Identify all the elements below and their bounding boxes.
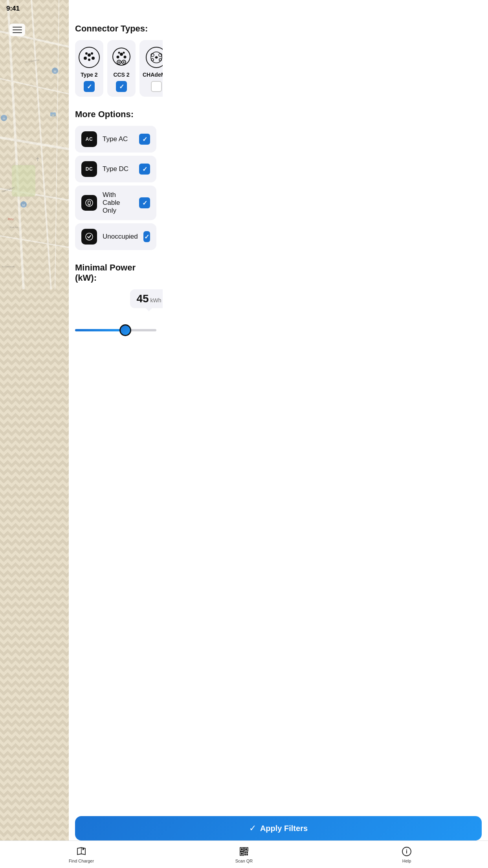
dc-icon-text: DC bbox=[86, 166, 93, 172]
svg-text:Ritz: Ritz bbox=[8, 217, 14, 221]
power-section: Minimal Power (kW): 45 kWh bbox=[75, 263, 156, 338]
find-charger-icon bbox=[76, 846, 87, 857]
svg-point-35 bbox=[123, 52, 125, 54]
menu-button[interactable] bbox=[9, 24, 25, 36]
checkmark-icon: ✓ bbox=[87, 83, 92, 90]
option-cable-only[interactable]: With Cable Only ✓ bbox=[75, 186, 156, 220]
svg-line-3 bbox=[0, 79, 71, 94]
option-dc-checkbox[interactable]: ✓ bbox=[139, 164, 150, 175]
svg-point-26 bbox=[92, 57, 95, 60]
connector-chademo-label: CHAdeMO bbox=[143, 72, 163, 78]
connector-types-title: Connector Types: bbox=[75, 24, 156, 34]
svg-point-51 bbox=[86, 233, 93, 240]
option-type-dc[interactable]: DC Type DC ✓ bbox=[75, 156, 156, 182]
connector-type2-checkbox[interactable]: ✓ bbox=[84, 81, 95, 92]
svg-point-33 bbox=[124, 56, 127, 59]
power-slider-container[interactable] bbox=[75, 322, 156, 338]
slider-thumb[interactable] bbox=[119, 324, 131, 336]
more-options-section: More Options: AC Type AC ✓ DC Type DC bbox=[75, 109, 156, 250]
svg-point-24 bbox=[88, 53, 91, 57]
options-list: AC Type AC ✓ DC Type DC ✓ bbox=[75, 126, 156, 250]
menu-icon bbox=[13, 29, 22, 30]
apply-filters-button[interactable]: ✓ Apply Filters bbox=[75, 816, 163, 840]
connector-types-section: Connector Types: Type 2 ✓ bbox=[75, 24, 156, 97]
svg-point-34 bbox=[118, 52, 120, 54]
chademo-icon bbox=[145, 46, 163, 68]
svg-point-23 bbox=[79, 47, 99, 68]
menu-icon bbox=[13, 32, 22, 33]
filter-panel: Connector Types: Type 2 ✓ bbox=[69, 0, 163, 868]
connector-card-type2[interactable]: Type 2 ✓ bbox=[75, 40, 103, 97]
power-value: 45 bbox=[136, 292, 149, 305]
power-bubble: 45 kWh bbox=[130, 289, 163, 308]
svg-point-47 bbox=[155, 56, 158, 59]
menu-icon bbox=[13, 27, 22, 28]
map-background: M M M ✝ Ritz Bd Haussma Malesherbes Rue … bbox=[0, 0, 71, 868]
option-unoccupied-checkbox[interactable]: ✓ bbox=[143, 231, 150, 242]
option-ac-label: Type AC bbox=[103, 135, 134, 143]
ac-badge: AC bbox=[81, 131, 97, 147]
svg-line-4 bbox=[0, 138, 71, 149]
connector-type2-label: Type 2 bbox=[81, 72, 97, 78]
svg-text:M: M bbox=[22, 203, 25, 207]
svg-point-30 bbox=[113, 48, 130, 65]
connector-ccs2-checkbox[interactable]: ✓ bbox=[116, 81, 127, 92]
connector-cards-row: Type 2 ✓ bbox=[75, 40, 156, 97]
svg-point-38 bbox=[118, 61, 120, 63]
checkmark-icon: ✓ bbox=[144, 233, 149, 241]
svg-text:✝: ✝ bbox=[35, 156, 40, 162]
svg-text:M: M bbox=[3, 117, 6, 120]
checkmark-icon: ✓ bbox=[119, 83, 124, 90]
checkmark-icon: ✓ bbox=[142, 136, 147, 143]
checkmark-icon: ✓ bbox=[142, 199, 147, 207]
svg-point-29 bbox=[88, 59, 90, 61]
connector-chademo-checkbox[interactable] bbox=[151, 81, 162, 92]
dc-badge: DC bbox=[81, 161, 97, 177]
more-options-title: More Options: bbox=[75, 109, 156, 120]
slider-track bbox=[75, 329, 156, 331]
connector-card-ccs2[interactable]: CCS 2 ✓ bbox=[107, 40, 136, 97]
option-cable-label: With Cable Only bbox=[103, 191, 134, 215]
ac-icon-text: AC bbox=[86, 136, 93, 142]
svg-point-25 bbox=[84, 57, 87, 60]
unoccupied-badge bbox=[81, 229, 97, 245]
bottom-nav: Find Charger Scan QR i Help bbox=[0, 840, 163, 868]
svg-text:Rue Sa...: Rue Sa... bbox=[10, 226, 20, 228]
option-cable-checkbox[interactable]: ✓ bbox=[139, 197, 150, 208]
power-unit: kWh bbox=[150, 297, 161, 303]
cable-badge bbox=[81, 195, 97, 211]
connector-ccs2-label: CCS 2 bbox=[113, 72, 129, 78]
status-time: 9:41 bbox=[6, 5, 20, 13]
svg-point-27 bbox=[85, 52, 88, 55]
svg-line-6 bbox=[0, 236, 71, 248]
option-unoccupied-label: Unoccupied bbox=[103, 233, 138, 241]
option-ac-checkbox[interactable]: ✓ bbox=[139, 134, 150, 145]
option-dc-label: Type DC bbox=[103, 165, 134, 173]
ccs2-icon bbox=[110, 46, 132, 68]
nav-find-charger[interactable]: Find Charger bbox=[0, 843, 163, 866]
svg-line-0 bbox=[8, 0, 24, 289]
checkmark-icon: ✓ bbox=[142, 166, 147, 173]
check-circle-icon bbox=[85, 232, 94, 241]
svg-text:la Concorde: la Concorde bbox=[2, 265, 15, 268]
svg-point-31 bbox=[120, 53, 123, 56]
type2-icon bbox=[78, 46, 100, 68]
svg-point-28 bbox=[91, 52, 93, 55]
option-unoccupied[interactable]: Unoccupied ✓ bbox=[75, 223, 156, 250]
slider-fill bbox=[75, 329, 125, 331]
svg-point-39 bbox=[123, 61, 125, 63]
status-bar: 9:41 bbox=[0, 0, 163, 17]
svg-text:🚌: 🚌 bbox=[51, 113, 55, 116]
plug-icon bbox=[85, 199, 94, 207]
connector-card-chademo[interactable]: CHAdeMO bbox=[139, 40, 163, 97]
nav-find-charger-label: Find Charger bbox=[69, 859, 94, 863]
option-type-ac[interactable]: AC Type AC ✓ bbox=[75, 126, 156, 153]
power-title: Minimal Power (kW): bbox=[75, 263, 156, 283]
svg-point-32 bbox=[117, 56, 119, 59]
svg-point-40 bbox=[146, 47, 163, 68]
svg-text:M: M bbox=[54, 70, 57, 73]
svg-text:Bd Haussma: Bd Haussma bbox=[25, 59, 39, 63]
svg-rect-8 bbox=[12, 165, 35, 197]
